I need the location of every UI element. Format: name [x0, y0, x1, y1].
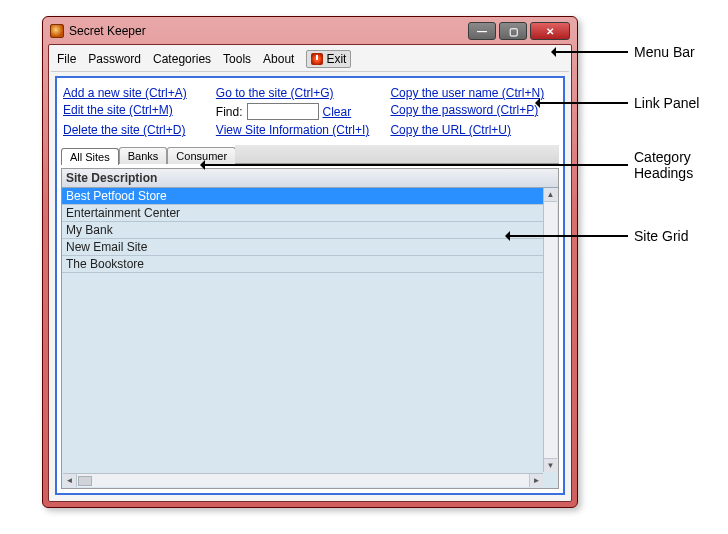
menu-bar: File Password Categories Tools About Exi…	[51, 47, 569, 72]
find-label: Find:	[216, 105, 243, 119]
annotation-linkpanel: Link Panel	[540, 95, 699, 111]
tab-banks[interactable]: Banks	[119, 147, 168, 164]
titlebar[interactable]: Secret Keeper — ▢ ✕	[48, 22, 572, 44]
minimize-button[interactable]: —	[468, 22, 496, 40]
annotation-categories: Category Headings	[205, 149, 693, 181]
grid-body[interactable]: Best Petfood StoreEntertainment CenterMy…	[62, 188, 543, 488]
horizontal-scrollbar[interactable]: ◄ ►	[63, 473, 543, 487]
scroll-up-icon[interactable]: ▲	[544, 188, 557, 202]
table-row[interactable]: New Email Site	[62, 239, 543, 256]
app-icon	[50, 24, 64, 38]
table-row[interactable]: Entertainment Center	[62, 205, 543, 222]
app-window: Secret Keeper — ▢ ✕ File Password Catego…	[42, 16, 578, 508]
table-row[interactable]: Best Petfood Store	[62, 188, 543, 205]
exit-label: Exit	[326, 52, 346, 66]
main-panel: Add a new site (Ctrl+A) Go to the site (…	[55, 76, 565, 495]
link-add-site[interactable]: Add a new site (Ctrl+A)	[63, 86, 208, 100]
scroll-right-icon[interactable]: ►	[529, 474, 543, 487]
client-area: File Password Categories Tools About Exi…	[48, 44, 572, 502]
menu-categories[interactable]: Categories	[153, 52, 211, 66]
annotation-menubar: Menu Bar	[556, 44, 695, 60]
menu-password[interactable]: Password	[88, 52, 141, 66]
power-icon	[311, 53, 323, 65]
link-view-info[interactable]: View Site Information (Ctrl+I)	[216, 123, 383, 137]
scroll-left-icon[interactable]: ◄	[63, 474, 77, 487]
tab-all-sites[interactable]: All Sites	[61, 148, 119, 165]
link-copy-url[interactable]: Copy the URL (Ctrl+U)	[390, 123, 557, 137]
exit-button[interactable]: Exit	[306, 50, 351, 68]
link-edit-site[interactable]: Edit the site (Ctrl+M)	[63, 103, 208, 120]
link-panel: Add a new site (Ctrl+A) Go to the site (…	[61, 82, 559, 143]
table-row[interactable]: My Bank	[62, 222, 543, 239]
scroll-down-icon[interactable]: ▼	[544, 458, 557, 472]
maximize-button[interactable]: ▢	[499, 22, 527, 40]
menu-about[interactable]: About	[263, 52, 294, 66]
close-button[interactable]: ✕	[530, 22, 570, 40]
site-grid: Site Description Best Petfood StoreEnter…	[61, 168, 559, 489]
link-clear[interactable]: Clear	[323, 105, 352, 119]
find-input[interactable]	[247, 103, 319, 120]
menu-tools[interactable]: Tools	[223, 52, 251, 66]
link-delete-site[interactable]: Delete the site (Ctrl+D)	[63, 123, 208, 137]
link-go-site[interactable]: Go to the site (Ctrl+G)	[216, 86, 383, 100]
hscroll-thumb[interactable]	[78, 476, 92, 486]
window-title: Secret Keeper	[69, 24, 468, 38]
annotation-sitegrid: Site Grid	[510, 228, 688, 244]
menu-file[interactable]: File	[57, 52, 76, 66]
table-row[interactable]: The Bookstore	[62, 256, 543, 273]
